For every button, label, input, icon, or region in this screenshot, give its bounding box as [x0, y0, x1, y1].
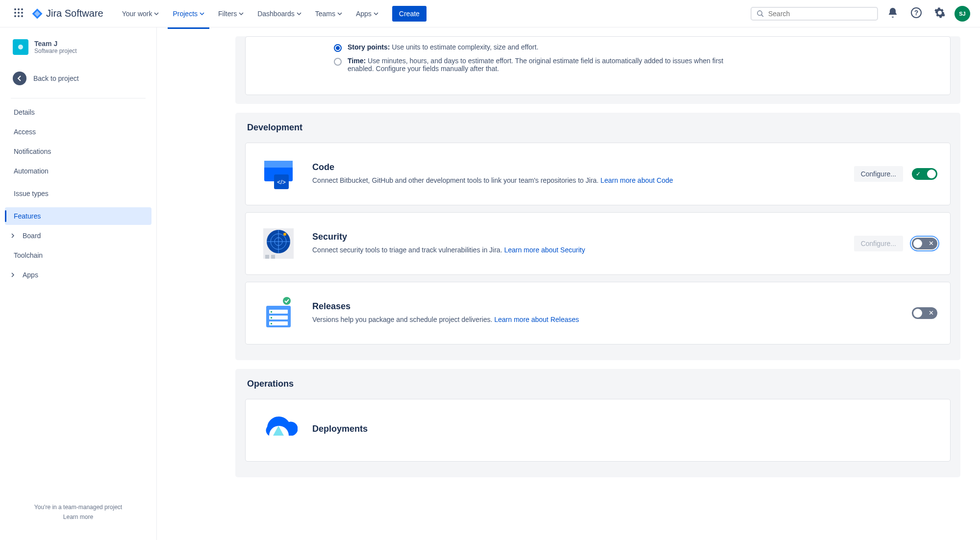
radio-story-points[interactable]: Story points: Use units to estimate comp…: [334, 41, 937, 54]
sidebar: Team J Software project Back to project …: [0, 27, 157, 540]
releases-learn-more[interactable]: Learn more about Releases: [494, 316, 579, 323]
code-title: Code: [312, 162, 840, 172]
code-desc: Connect Bitbucket, GitHub and other deve…: [312, 176, 599, 184]
svg-point-1: [18, 8, 20, 10]
svg-line-10: [761, 15, 763, 17]
svg-point-6: [14, 15, 16, 17]
divider: [11, 98, 146, 98]
notifications-icon[interactable]: [884, 4, 902, 24]
svg-rect-16: [264, 161, 293, 168]
security-icon: [258, 223, 299, 264]
section-development: Development </> Code Connect Bitbucket, …: [235, 113, 960, 360]
code-configure-button[interactable]: Configure...: [854, 166, 903, 182]
nav-projects[interactable]: Projects: [168, 7, 209, 21]
svg-rect-35: [271, 323, 272, 324]
svg-point-0: [14, 8, 16, 10]
nav-teams[interactable]: Teams: [310, 7, 347, 21]
project-type: Software project: [34, 48, 77, 54]
chevron-right-icon: [10, 233, 16, 239]
sidebar-access[interactable]: Access: [5, 123, 151, 141]
svg-rect-27: [271, 255, 275, 259]
top-nav: Jira Software Your work Projects Filters…: [0, 0, 980, 27]
sidebar-details[interactable]: Details: [5, 103, 151, 121]
deployments-icon: [258, 410, 299, 450]
sidebar-board[interactable]: Board: [5, 227, 151, 245]
nav-filters[interactable]: Filters: [213, 7, 249, 21]
svg-point-5: [21, 12, 23, 14]
radio-unselected-icon: [334, 58, 342, 66]
security-configure-button[interactable]: Configure...: [854, 236, 903, 251]
svg-point-9: [757, 11, 762, 15]
sidebar-automation[interactable]: Automation: [5, 162, 151, 180]
sidebar-features[interactable]: Features: [5, 207, 151, 225]
create-button[interactable]: Create: [392, 6, 427, 22]
project-icon: [13, 39, 28, 55]
main-content: Story points: Use units to estimate comp…: [157, 27, 980, 540]
radio-time[interactable]: Time: Use minutes, hours, and days to es…: [334, 54, 937, 75]
nav-dashboards[interactable]: Dashboards: [252, 7, 306, 21]
svg-point-4: [18, 12, 20, 14]
back-arrow-icon: [13, 72, 26, 85]
nav-apps[interactable]: Apps: [351, 7, 383, 21]
security-learn-more[interactable]: Learn more about Security: [504, 246, 585, 254]
svg-rect-26: [265, 255, 269, 259]
sidebar-toolchain[interactable]: Toolchain: [5, 246, 151, 264]
nav-your-work[interactable]: Your work: [117, 7, 164, 21]
svg-point-25: [283, 233, 286, 236]
security-toggle[interactable]: ✕: [912, 238, 937, 249]
search-input[interactable]: [768, 10, 872, 18]
deployments-title: Deployments: [312, 424, 937, 434]
feature-releases: Releases Versions help you package and s…: [245, 282, 951, 344]
footer-learn-more[interactable]: Learn more: [13, 514, 144, 520]
project-header: Team J Software project: [5, 39, 151, 63]
chevron-right-icon: [10, 272, 16, 278]
help-icon[interactable]: ?: [907, 4, 925, 24]
svg-rect-31: [271, 311, 272, 313]
search-box[interactable]: [751, 7, 878, 21]
svg-rect-33: [271, 317, 272, 319]
project-name: Team J: [34, 40, 77, 48]
svg-point-8: [21, 15, 23, 17]
settings-icon[interactable]: [931, 4, 949, 24]
code-icon: </>: [258, 154, 299, 194]
svg-point-2: [21, 8, 23, 10]
nav-items: Your work Projects Filters Dashboards Te…: [117, 7, 383, 21]
back-to-project[interactable]: Back to project: [5, 67, 151, 90]
releases-icon: [258, 293, 299, 333]
section-estimation-partial: Story points: Use units to estimate comp…: [235, 36, 960, 104]
svg-point-7: [18, 15, 20, 17]
estimation-radio-group: Story points: Use units to estimate comp…: [246, 41, 937, 84]
feature-security: Security Connect security tools to triag…: [245, 212, 951, 275]
check-icon: ✓: [916, 171, 921, 177]
x-icon: ✕: [929, 309, 934, 317]
code-toggle[interactable]: ✓: [912, 168, 937, 180]
section-operations: Operations Deployments: [235, 369, 960, 477]
svg-text:?: ?: [914, 9, 919, 17]
releases-title: Releases: [312, 301, 898, 312]
svg-point-3: [14, 12, 16, 14]
section-operations-header: Operations: [235, 369, 960, 399]
sidebar-notifications[interactable]: Notifications: [5, 143, 151, 160]
user-avatar[interactable]: SJ: [955, 6, 970, 22]
svg-point-14: [18, 45, 23, 49]
footer-text: You're in a team-managed project: [13, 504, 144, 511]
jira-logo[interactable]: Jira Software: [31, 8, 103, 20]
svg-point-28: [283, 297, 291, 305]
sidebar-footer: You're in a team-managed project Learn m…: [5, 496, 151, 528]
sidebar-apps[interactable]: Apps: [5, 266, 151, 284]
x-icon: ✕: [929, 240, 934, 247]
logo-text: Jira Software: [46, 8, 103, 19]
feature-code: </> Code Connect Bitbucket, GitHub and o…: [245, 143, 951, 205]
security-title: Security: [312, 232, 840, 242]
security-desc: Connect security tools to triage and tra…: [312, 246, 503, 254]
feature-deployments: Deployments: [245, 399, 951, 462]
radio-selected-icon: [334, 44, 342, 52]
sidebar-issue-types[interactable]: Issue types: [5, 185, 151, 202]
svg-text:</>: </>: [277, 179, 285, 186]
app-switcher-icon[interactable]: [10, 4, 27, 24]
section-development-header: Development: [235, 113, 960, 143]
search-icon: [756, 10, 764, 18]
code-learn-more[interactable]: Learn more about Code: [601, 176, 673, 184]
releases-desc: Versions help you package and schedule p…: [312, 316, 492, 323]
releases-toggle[interactable]: ✕: [912, 307, 937, 319]
